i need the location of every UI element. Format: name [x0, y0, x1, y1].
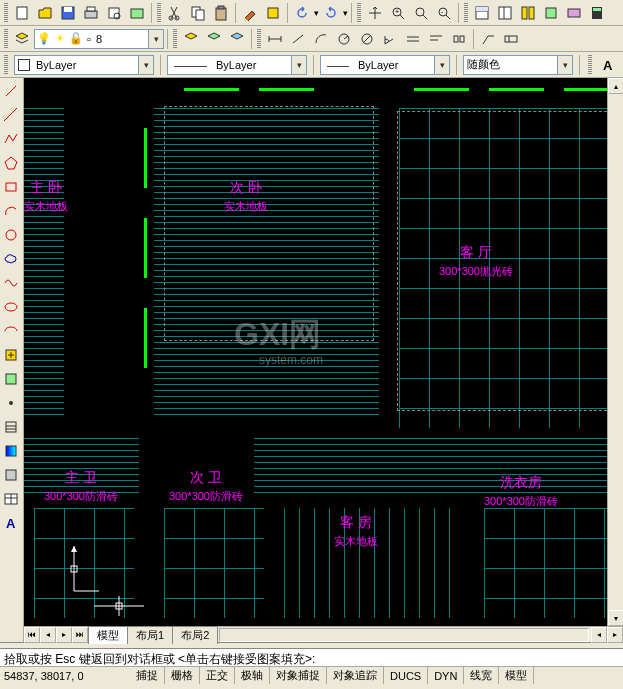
xline-icon[interactable] — [0, 104, 22, 126]
lwt-toggle[interactable]: 线宽 — [464, 667, 499, 684]
drawing-canvas[interactable]: 主 卧实木地板 次 卧实木地板 客 厅300*300抛光砖 主 卫300*300… — [24, 78, 623, 626]
sheet-set-icon[interactable] — [540, 2, 562, 24]
undo-icon[interactable] — [291, 2, 313, 24]
design-center-icon[interactable] — [494, 2, 516, 24]
grip[interactable] — [4, 3, 8, 23]
rect-icon[interactable] — [0, 176, 22, 198]
scrollbar-vertical[interactable]: ▴ ▾ — [607, 78, 623, 626]
layer-manager-icon[interactable] — [11, 28, 33, 50]
tab-layout1[interactable]: 布局1 — [127, 626, 173, 644]
ducs-toggle[interactable]: DUCS — [384, 667, 428, 684]
scroll-left-icon[interactable]: ◂ — [591, 627, 607, 643]
dim-aligned-icon[interactable] — [287, 28, 309, 50]
calc-icon[interactable] — [586, 2, 608, 24]
point-icon[interactable] — [0, 392, 22, 414]
grip[interactable] — [357, 3, 361, 23]
markup-icon[interactable] — [563, 2, 585, 24]
redo-icon[interactable] — [320, 2, 342, 24]
copy-icon[interactable] — [187, 2, 209, 24]
dim-radius-icon[interactable] — [333, 28, 355, 50]
text-style-icon[interactable]: A — [598, 54, 620, 76]
insert-block-icon[interactable] — [0, 344, 22, 366]
dyn-toggle[interactable]: DYN — [428, 667, 464, 684]
scroll-up-icon[interactable]: ▴ — [608, 78, 623, 94]
grip[interactable] — [4, 55, 8, 75]
tab-layout2[interactable]: 布局2 — [172, 626, 218, 644]
ellipse-icon[interactable] — [0, 296, 22, 318]
dim-diameter-icon[interactable] — [356, 28, 378, 50]
polar-toggle[interactable]: 极轴 — [235, 667, 270, 684]
polygon-icon[interactable] — [0, 152, 22, 174]
cut-icon[interactable] — [164, 2, 186, 24]
linetype-combo[interactable]: ——— ByLayer — [167, 55, 307, 75]
circle-icon[interactable] — [0, 224, 22, 246]
spline-icon[interactable] — [0, 272, 22, 294]
lineweight-combo[interactable]: —— ByLayer — [320, 55, 450, 75]
grid-toggle[interactable]: 栅格 — [165, 667, 200, 684]
grip[interactable] — [173, 29, 177, 49]
color-combo[interactable]: ByLayer — [14, 55, 154, 75]
plot-icon[interactable] — [80, 2, 102, 24]
dim-tolerance-icon[interactable] — [500, 28, 522, 50]
chevron-down-icon[interactable] — [138, 56, 153, 74]
layer-prev-icon[interactable] — [203, 28, 225, 50]
chevron-down-icon[interactable] — [557, 56, 572, 74]
make-block-icon[interactable] — [0, 368, 22, 390]
dim-leader-icon[interactable] — [477, 28, 499, 50]
grip[interactable] — [4, 29, 8, 49]
dim-quick-icon[interactable] — [402, 28, 424, 50]
revcloud-icon[interactable] — [0, 248, 22, 270]
match-prop-icon[interactable] — [239, 2, 261, 24]
publish-icon[interactable] — [126, 2, 148, 24]
osnap-toggle[interactable]: 对象捕捉 — [270, 667, 327, 684]
command-line[interactable]: 拾取或按 Esc 键返回到对话框或 <单击右键接受图案填充>: — [0, 648, 623, 666]
scrollbar-horizontal[interactable] — [219, 628, 589, 642]
new-file-icon[interactable] — [11, 2, 33, 24]
grip[interactable] — [464, 3, 468, 23]
tab-prev-icon[interactable]: ◂ — [40, 627, 56, 643]
chevron-down-icon[interactable] — [434, 56, 449, 74]
layer-off-icon[interactable] — [180, 28, 202, 50]
line-icon[interactable] — [0, 80, 22, 102]
hatch-icon[interactable] — [0, 416, 22, 438]
layer-combo[interactable]: 💡☀🔓▫ 8 — [34, 29, 164, 49]
chevron-down-icon[interactable] — [291, 56, 306, 74]
tab-first-icon[interactable]: ⏮ — [24, 627, 40, 643]
dim-linear-icon[interactable] — [264, 28, 286, 50]
open-file-icon[interactable] — [34, 2, 56, 24]
table-icon[interactable] — [0, 488, 22, 510]
paste-icon[interactable] — [210, 2, 232, 24]
dim-angular-icon[interactable] — [379, 28, 401, 50]
dim-arc-icon[interactable] — [310, 28, 332, 50]
tab-model[interactable]: 模型 — [88, 626, 128, 644]
ellipse-arc-icon[interactable] — [0, 320, 22, 342]
tab-last-icon[interactable]: ⏭ — [72, 627, 88, 643]
block-editor-icon[interactable] — [262, 2, 284, 24]
zoom-prev-icon[interactable]: - — [433, 2, 455, 24]
otrack-toggle[interactable]: 对象追踪 — [327, 667, 384, 684]
plot-preview-icon[interactable] — [103, 2, 125, 24]
scroll-right-icon[interactable]: ▸ — [607, 627, 623, 643]
grip[interactable] — [588, 55, 592, 75]
snap-toggle[interactable]: 捕捉 — [130, 667, 165, 684]
save-file-icon[interactable] — [57, 2, 79, 24]
grip[interactable] — [157, 3, 161, 23]
dim-continue-icon[interactable] — [448, 28, 470, 50]
tool-palette-icon[interactable] — [517, 2, 539, 24]
pan-icon[interactable] — [364, 2, 386, 24]
grip[interactable] — [257, 29, 261, 49]
tab-next-icon[interactable]: ▸ — [56, 627, 72, 643]
layer-iso-icon[interactable] — [226, 28, 248, 50]
scroll-down-icon[interactable]: ▾ — [608, 610, 623, 626]
ortho-toggle[interactable]: 正交 — [200, 667, 235, 684]
pline-icon[interactable] — [0, 128, 22, 150]
zoom-rt-icon[interactable]: + — [387, 2, 409, 24]
model-toggle[interactable]: 模型 — [499, 667, 534, 684]
arc-icon[interactable] — [0, 200, 22, 222]
properties-icon[interactable] — [471, 2, 493, 24]
region-icon[interactable] — [0, 464, 22, 486]
plotstyle-combo[interactable]: 随颜色 — [463, 55, 573, 75]
dim-baseline-icon[interactable] — [425, 28, 447, 50]
gradient-icon[interactable] — [0, 440, 22, 462]
chevron-down-icon[interactable] — [148, 30, 163, 48]
